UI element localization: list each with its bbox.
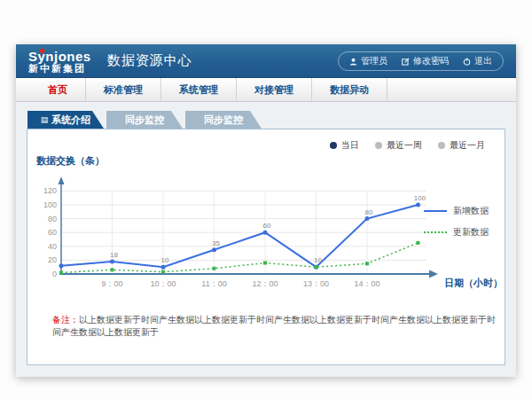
app-window: Synjones 新中新集团 数据资源中心 管理员 修改密码 退出 (16, 44, 516, 377)
chart-legend: 新增数据 更新数据 (424, 205, 489, 239)
radio-today-label: 当日 (341, 139, 359, 152)
radio-today-dot (330, 142, 337, 149)
svg-text:100: 100 (414, 194, 426, 202)
header: Synjones 新中新集团 数据资源中心 管理员 修改密码 退出 (16, 44, 516, 78)
svg-text:10: 10 (161, 256, 169, 264)
admin-user-button[interactable]: 管理员 (349, 55, 387, 67)
tab-sync-monitor-1[interactable]: 同步监控 (106, 111, 183, 129)
nav-item-home[interactable]: 首页 (30, 78, 86, 101)
svg-text:11：00: 11：00 (201, 279, 226, 288)
svg-text:14：00: 14：00 (354, 279, 379, 288)
logo-subtext: 新中新集团 (28, 64, 91, 74)
svg-text:日期（小时）: 日期（小时） (444, 278, 503, 289)
admin-user-label: 管理员 (361, 55, 387, 67)
change-password-label: 修改密码 (413, 55, 449, 67)
time-range-filter: 当日 最近一周 最近一月 (330, 139, 485, 152)
footnote-prefix: 备注： (52, 315, 79, 325)
svg-text:80: 80 (48, 215, 57, 223)
logout-button[interactable]: 退出 (463, 55, 492, 67)
legend-new-data-label: 新增数据 (453, 205, 489, 217)
user-icon (349, 58, 357, 66)
tab-system-intro[interactable]: ▤ 系统介绍 (27, 111, 104, 129)
svg-text:80: 80 (365, 208, 373, 216)
logo-text: Synjones (28, 50, 91, 64)
content-area: ▤ 系统介绍 同步监控 同步监控 当日 最近一周 (16, 102, 516, 365)
main-nav: 首页 标准管理 系统管理 对接管理 数据异动 (16, 78, 516, 102)
tab-system-intro-label: 系统介绍 (51, 113, 90, 127)
footnote: 备注：以上数据更新于时间产生数据以上数据更新于时间产生数据以上数据更新于时间产生… (52, 314, 496, 339)
svg-text:13：00: 13：00 (303, 279, 329, 288)
radio-last-week-label: 最近一周 (387, 139, 422, 152)
svg-text:18: 18 (110, 251, 118, 259)
svg-text:35: 35 (212, 239, 220, 247)
tab-sync-monitor-1-label: 同步监控 (125, 113, 164, 127)
svg-text:40: 40 (48, 242, 57, 251)
synjones-logo: Synjones 新中新集团 (28, 48, 91, 74)
edit-icon (402, 58, 410, 66)
radio-last-week-dot (375, 142, 382, 149)
y-axis-title: 数据交换（条） (36, 154, 105, 168)
svg-text:9：00: 9：00 (101, 279, 122, 288)
page-title: 数据资源中心 (107, 52, 192, 69)
nav-item-interface-mgmt[interactable]: 对接管理 (237, 78, 312, 101)
radio-last-month[interactable]: 最近一月 (438, 139, 485, 152)
change-password-button[interactable]: 修改密码 (402, 55, 449, 67)
legend-item-updated-data: 更新数据 (424, 226, 489, 239)
tab-bar: ▤ 系统介绍 同步监控 同步监控 (27, 111, 505, 129)
nav-item-system-mgmt[interactable]: 系统管理 (161, 78, 237, 101)
radio-last-week[interactable]: 最近一周 (375, 139, 422, 152)
svg-text:0: 0 (52, 270, 57, 278)
blue-line-swatch (424, 210, 447, 212)
svg-text:60: 60 (263, 222, 271, 230)
radio-today[interactable]: 当日 (330, 139, 359, 152)
svg-text:10：00: 10：00 (150, 279, 176, 288)
power-icon (463, 58, 471, 66)
radio-last-month-label: 最近一月 (450, 139, 485, 152)
svg-text:12：00: 12：00 (252, 279, 278, 288)
svg-text:60: 60 (48, 228, 57, 237)
radio-last-month-dot (438, 142, 445, 149)
svg-text:120: 120 (43, 186, 57, 195)
legend-item-new-data: 新增数据 (424, 205, 489, 217)
footnote-body: 以上数据更新于时间产生数据以上数据更新于时间产生数据以上数据更新于时间产生数据以… (52, 315, 496, 337)
user-menu: 管理员 修改密码 退出 (338, 51, 504, 71)
tab-sync-monitor-2[interactable]: 同步监控 (185, 111, 262, 129)
green-dotted-swatch (424, 231, 447, 233)
svg-text:10: 10 (314, 256, 322, 264)
nav-item-standard-mgmt[interactable]: 标准管理 (86, 78, 161, 101)
svg-text:20: 20 (48, 255, 57, 264)
tab-sync-monitor-2-label: 同步监控 (204, 113, 243, 127)
nav-item-data-change[interactable]: 数据异动 (312, 78, 387, 101)
chart-panel: 当日 最近一周 最近一月 数据交换（条） 0204060801001209：00… (27, 129, 505, 365)
legend-updated-data-label: 更新数据 (453, 226, 489, 239)
document-icon: ▤ (41, 116, 49, 124)
logout-label: 退出 (474, 55, 492, 67)
svg-text:100: 100 (43, 200, 57, 209)
